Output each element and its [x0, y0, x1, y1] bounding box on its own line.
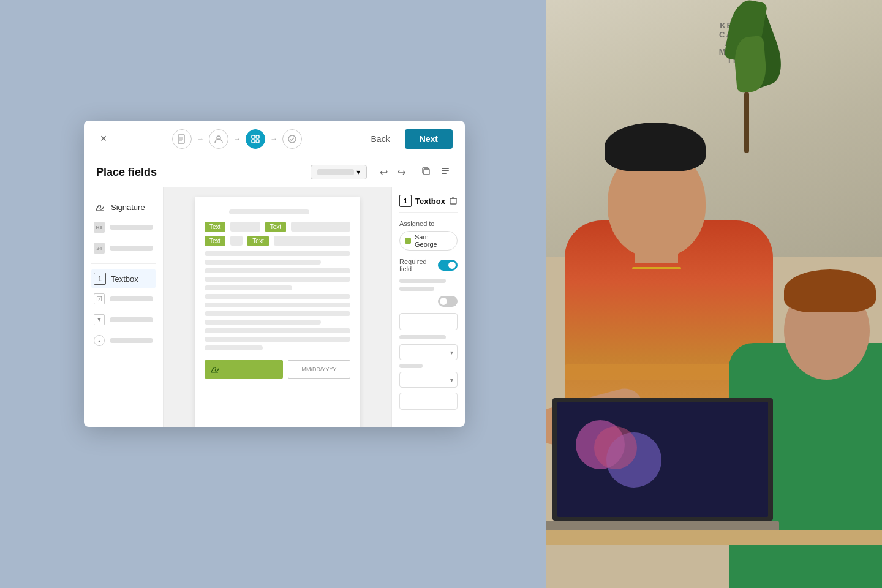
sidebar-item-textbox[interactable]: 1 Textbox — [91, 269, 156, 288]
step-arrow-3: → — [270, 135, 277, 143]
svg-rect-11 — [424, 169, 429, 175]
undo-button[interactable]: ↩ — [377, 164, 390, 181]
page-title: Place fields — [96, 166, 303, 179]
required-field-row: Required field — [399, 258, 458, 273]
textbox-sidebar-label: Textbox — [111, 274, 138, 284]
svg-rect-12 — [442, 168, 449, 169]
sidebar-divider-1 — [91, 263, 156, 264]
assignee-name: Sam George — [415, 233, 452, 248]
svg-point-9 — [288, 135, 296, 143]
required-field-toggle[interactable] — [438, 260, 458, 271]
right-panel-header: 1 Textbox — [399, 195, 458, 213]
signature-field[interactable] — [205, 360, 283, 379]
second-toggle[interactable] — [438, 296, 458, 307]
date-icon: 24 — [94, 243, 105, 254]
doc-line-6 — [205, 285, 292, 290]
doc-fields-row-2: Text Text — [205, 236, 350, 246]
rp-line-1 — [399, 279, 446, 283]
checkbox-placeholder-bar — [110, 296, 153, 301]
subheader-tools: ▾ ↩ ↪ — [311, 164, 453, 181]
doc-line-13 — [205, 345, 263, 350]
sidebar-item-hs[interactable]: HS — [91, 217, 156, 238]
app-window: × → → → — [84, 121, 465, 427]
step-review[interactable] — [282, 129, 302, 149]
radio-placeholder-bar — [110, 338, 153, 343]
app-content: Signature HS 24 1 Textbox — [84, 187, 465, 427]
app-header: × → → → — [84, 121, 465, 157]
doc-line-8 — [205, 303, 350, 307]
radio-icon: ● — [94, 335, 105, 346]
text-input-field[interactable] — [399, 313, 458, 330]
hs-icon: HS — [94, 222, 105, 233]
svg-rect-8 — [256, 140, 259, 143]
right-panel: 1 Textbox Assigned to Sam George Require… — [391, 187, 465, 427]
sidebar-item-date[interactable]: 24 — [91, 238, 156, 258]
doc-line-9 — [205, 311, 350, 316]
sidebar-item-signature[interactable]: Signature — [91, 197, 156, 217]
doc-signature-area: MM/DD/YYYY — [205, 360, 350, 379]
required-field-label: Required field — [399, 258, 438, 273]
date-placeholder-text: MM/DD/YYYY — [301, 366, 336, 372]
doc-line-4 — [205, 268, 350, 273]
step-place-fields[interactable] — [246, 129, 265, 149]
text-field-3[interactable]: Text — [205, 236, 225, 246]
second-toggle-row — [399, 296, 458, 307]
select-field-1[interactable]: ▾ — [399, 344, 458, 360]
textbox-panel-icon: 1 — [399, 195, 412, 207]
doc-line-11 — [205, 328, 350, 333]
recipient-dropdown[interactable]: ▾ — [311, 165, 367, 179]
rp-line-3 — [399, 335, 446, 339]
dropdown-icon: ▼ — [94, 314, 105, 325]
copy-button[interactable] — [418, 164, 433, 181]
textbox-sidebar-icon: 1 — [94, 273, 106, 285]
list-button[interactable] — [438, 164, 453, 181]
redo-button[interactable]: ↪ — [395, 164, 408, 181]
laptop-screen-frame — [552, 398, 773, 521]
doc-fields-row-1: Text Text — [205, 222, 350, 232]
toolbar-divider-1 — [372, 166, 372, 178]
assignee-chip[interactable]: Sam George — [399, 231, 458, 251]
app-subheader: Place fields ▾ ↩ ↪ — [84, 157, 465, 187]
document-preview: Text Text Text Text — [164, 187, 391, 427]
svg-rect-5 — [252, 135, 255, 138]
doc-line-1 — [229, 209, 309, 214]
sidebar-item-dropdown[interactable]: ▼ — [91, 309, 156, 330]
checkbox-icon: ☑ — [94, 293, 105, 304]
date-placeholder-bar — [110, 246, 153, 251]
header-actions: Back Next — [364, 129, 453, 149]
rp-line-2 — [399, 287, 434, 291]
svg-rect-7 — [252, 140, 255, 143]
rp-line-4 — [399, 364, 423, 368]
close-button[interactable]: × — [96, 132, 111, 146]
step-document[interactable] — [172, 129, 192, 149]
dropdown-placeholder-bar — [110, 317, 153, 322]
delete-button[interactable] — [449, 196, 458, 206]
date-field[interactable]: MM/DD/YYYY — [288, 360, 350, 379]
signature-label: Signature — [111, 203, 145, 212]
text-field-2[interactable]: Text — [265, 222, 286, 232]
bottom-field[interactable] — [399, 393, 458, 410]
doc-line-12 — [205, 337, 350, 342]
wizard-steps: → → → — [111, 129, 364, 149]
toolbar-divider-2 — [413, 166, 413, 178]
svg-rect-6 — [256, 135, 259, 138]
svg-rect-17 — [450, 198, 456, 204]
doc-line-5 — [205, 277, 350, 282]
step-arrow-1: → — [197, 135, 204, 143]
select-field-2[interactable]: ▾ — [399, 372, 458, 388]
text-field-4[interactable]: Text — [247, 236, 268, 246]
step-recipient[interactable] — [209, 129, 228, 149]
doc-line-10 — [205, 320, 321, 325]
signature-icon — [94, 201, 106, 213]
next-button[interactable]: Next — [405, 129, 453, 149]
step-arrow-2: → — [233, 135, 241, 143]
photo-panel: KEEP CALM AND MAKE IT — [546, 0, 882, 588]
text-field-1[interactable]: Text — [205, 222, 225, 232]
back-button[interactable]: Back — [364, 130, 398, 148]
hs-placeholder-bar — [110, 225, 153, 230]
svg-rect-13 — [442, 170, 449, 172]
sidebar-item-radio[interactable]: ● — [91, 330, 156, 351]
sidebar-item-checkbox[interactable]: ☑ — [91, 288, 156, 309]
left-sidebar: Signature HS 24 1 Textbox — [84, 187, 164, 427]
svg-rect-14 — [442, 173, 447, 174]
